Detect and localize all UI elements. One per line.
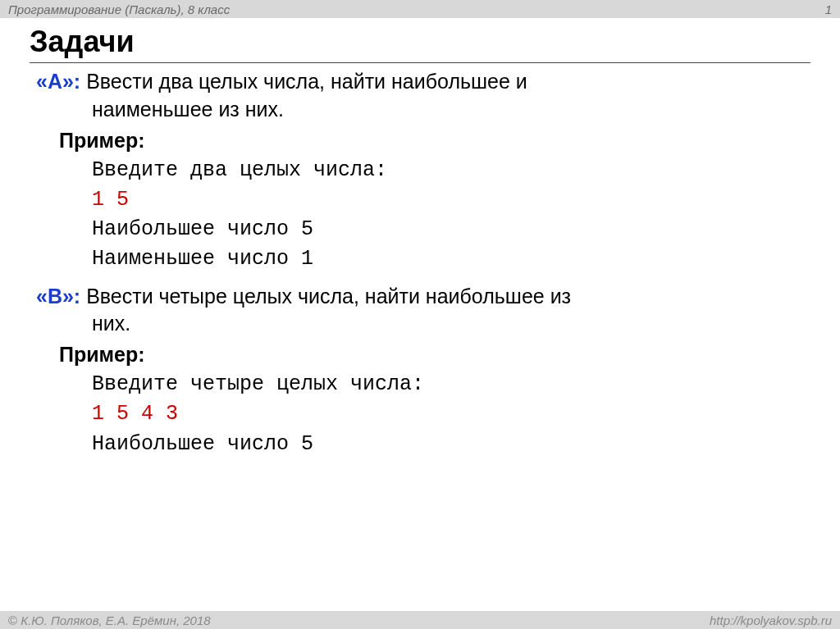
task-b-line-2: Наибольшее число 5	[92, 430, 810, 459]
task-a-example-label: Пример:	[59, 129, 810, 153]
footer-url: http://kpolyakov.spb.ru	[710, 613, 832, 627]
title-rule	[30, 62, 810, 63]
task-a-line-1: 1 5	[92, 185, 810, 215]
footer-authors: К.Ю. Поляков, Е.А. Ерёмин, 2018	[17, 613, 211, 627]
task-a-example: Введите два целых числа: 1 5 Наибольшее …	[92, 156, 810, 275]
header-bar: Программирование (Паскаль), 8 класс 1	[0, 0, 840, 18]
task-a: «A»: Ввести два целых числа, найти наибо…	[30, 68, 810, 275]
page-number: 1	[825, 2, 832, 16]
page-title: Задачи	[30, 25, 810, 59]
task-b-line-1: 1 5 4 3	[92, 399, 810, 429]
task-a-label: «A»:	[36, 70, 80, 93]
task-a-line1: Ввести два целых числа, найти наибольшее…	[80, 70, 527, 93]
header-left: Программирование (Паскаль), 8 класс	[8, 2, 230, 16]
footer-bar: © К.Ю. Поляков, Е.А. Ерёмин, 2018 http:/…	[0, 611, 840, 629]
task-b-line2: них.	[92, 310, 810, 338]
task-b-example: Введите четыре целых числа: 1 5 4 3 Наиб…	[92, 370, 810, 459]
task-a-line-3: Наименьшее число 1	[92, 244, 810, 274]
task-b-example-label: Пример:	[59, 343, 810, 367]
task-a-line-0: Введите два целых числа:	[92, 156, 810, 185]
task-a-line2: наименьшее из них.	[92, 96, 810, 124]
footer-left: © К.Ю. Поляков, Е.А. Ерёмин, 2018	[8, 613, 211, 627]
task-b-line1: Ввести четыре целых числа, найти наиболь…	[80, 285, 571, 308]
task-a-line-2: Наибольшее число 5	[92, 215, 810, 244]
task-b: «B»: Ввести четыре целых числа, найти на…	[30, 283, 810, 459]
task-a-text: «A»: Ввести два целых числа, найти наибо…	[36, 68, 810, 96]
copyright-icon: ©	[8, 613, 17, 627]
task-b-label: «B»:	[36, 285, 80, 308]
task-b-line-0: Введите четыре целых числа:	[92, 370, 810, 399]
content: Задачи «A»: Ввести два целых числа, найт…	[0, 18, 840, 459]
task-b-text: «B»: Ввести четыре целых числа, найти на…	[36, 283, 810, 311]
